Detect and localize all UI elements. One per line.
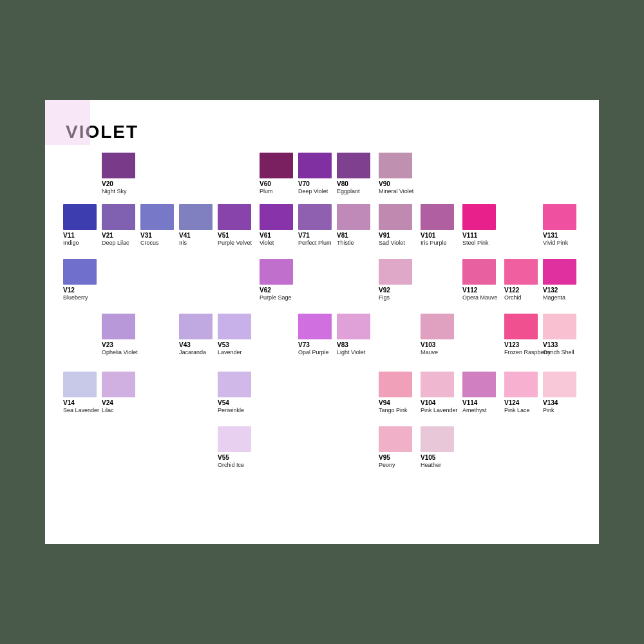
name-v62: Purple Sage	[260, 294, 292, 301]
color-item-v104: V104 Pink Lavender	[421, 372, 458, 414]
swatch-v31	[140, 204, 174, 230]
code-v133: V133	[543, 341, 558, 349]
name-v112: Opera Mauve	[462, 294, 498, 301]
code-v24: V24	[102, 399, 113, 407]
swatch-v131	[543, 204, 576, 230]
name-v73: Opal Purple	[298, 349, 329, 356]
color-item-v134: V134 Pink	[543, 372, 576, 414]
color-item-v31: V31 Crocus	[140, 204, 174, 247]
name-v92: Figs	[379, 294, 390, 301]
color-item-v61: V61 Violet	[260, 204, 293, 247]
color-item-v112: V112 Opera Mauve	[462, 259, 498, 301]
name-v83: Light Violet	[337, 349, 365, 356]
name-v133: Conch Shell	[543, 349, 574, 356]
code-v43: V43	[179, 341, 191, 349]
code-v41: V41	[179, 231, 191, 240]
color-item-v91: V91 Sad Violet	[379, 204, 412, 247]
name-v23: Ophelia Violet	[102, 349, 138, 356]
color-item-v11: V11 Indigo	[63, 204, 97, 247]
name-v61: Violet	[260, 240, 274, 247]
color-item-v132: V132 Magenta	[543, 259, 576, 301]
code-v23: V23	[102, 341, 113, 349]
swatch-v134	[543, 372, 576, 397]
color-item-v103: V103 Mauve	[421, 314, 454, 356]
color-item-v92: V92 Figs	[379, 259, 412, 301]
name-v105: Heather	[421, 462, 441, 469]
swatch-v60	[260, 153, 293, 178]
swatch-v133	[543, 314, 576, 339]
swatch-v54	[218, 372, 251, 397]
code-v54: V54	[218, 399, 229, 407]
name-v55: Orchid Ice	[218, 462, 244, 469]
name-v53: Lavender	[218, 349, 242, 356]
color-item-v114: V114 Amethyst	[462, 372, 496, 414]
code-v111: V111	[462, 231, 477, 240]
swatch-v105	[421, 426, 454, 452]
code-v20: V20	[102, 180, 113, 188]
color-item-v131: V131 Vivid Pink	[543, 204, 576, 247]
code-v12: V12	[63, 286, 75, 294]
name-v71: Perfect Plum	[298, 240, 332, 247]
code-v70: V70	[298, 180, 310, 188]
code-v71: V71	[298, 231, 310, 240]
color-item-v81: V81 Thistle	[337, 204, 370, 247]
name-v80: Eggplant	[337, 188, 360, 195]
name-v124: Pink Lace	[504, 407, 530, 414]
color-item-v101: V101 Iris Purple	[421, 204, 454, 247]
code-v90: V90	[379, 180, 390, 188]
code-v103: V103	[421, 341, 435, 349]
swatch-v41	[179, 204, 213, 230]
color-item-v124: V124 Pink Lace	[504, 372, 538, 414]
color-item-v21: V21 Deep Lilac	[102, 204, 135, 247]
color-item-v70: V70 Deep Violet	[298, 153, 332, 195]
code-v53: V53	[218, 341, 229, 349]
name-v95: Peony	[379, 462, 395, 469]
color-item-v12: V12 Blueberry	[63, 259, 97, 301]
swatch-v132	[543, 259, 576, 285]
name-v20: Night Sky	[102, 188, 127, 195]
color-item-v71: V71 Perfect Plum	[298, 204, 332, 247]
swatch-v124	[504, 372, 538, 397]
color-chart-card: VIOLET .ci { position:absolute; display:…	[45, 100, 599, 544]
swatch-v53	[218, 314, 251, 339]
swatch-v101	[421, 204, 454, 230]
name-v132: Magenta	[543, 294, 565, 301]
color-item-v41: V41 Iris	[179, 204, 213, 247]
name-v131: Vivid Pink	[543, 240, 568, 247]
code-v83: V83	[337, 341, 348, 349]
color-item-v54: V54 Periwinkle	[218, 372, 251, 414]
code-v101: V101	[421, 231, 435, 240]
color-item-v95: V95 Peony	[379, 426, 412, 469]
code-v11: V11	[63, 231, 75, 240]
color-item-v24: V24 Lilac	[102, 372, 135, 414]
color-item-v73: V73 Opal Purple	[298, 314, 332, 356]
swatch-v11	[63, 204, 97, 230]
name-v101: Iris Purple	[421, 240, 447, 247]
code-v31: V31	[140, 231, 152, 240]
code-v124: V124	[504, 399, 519, 407]
name-v11: Indigo	[63, 240, 79, 247]
color-item-v80: V80 Eggplant	[337, 153, 370, 195]
color-item-v133: V133 Conch Shell	[543, 314, 576, 356]
code-v132: V132	[543, 286, 558, 294]
name-v41: Iris	[179, 240, 187, 247]
color-item-v20: V20 Night Sky	[102, 153, 135, 195]
swatch-v61	[260, 204, 293, 230]
swatch-v70	[298, 153, 332, 178]
color-item-v43: V43 Jacaranda	[179, 314, 213, 356]
color-item-v105: V105 Heather	[421, 426, 454, 469]
name-v70: Deep Violet	[298, 188, 328, 195]
code-v112: V112	[462, 286, 477, 294]
code-v105: V105	[421, 453, 435, 462]
name-v90: Mineral Violet	[379, 188, 413, 195]
color-item-v51: V51 Purple Velvet	[218, 204, 252, 247]
name-v60: Plum	[260, 188, 273, 195]
swatch-v104	[421, 372, 454, 397]
color-item-v83: V83 Light Violet	[337, 314, 370, 356]
color-item-v53: V53 Lavender	[218, 314, 251, 356]
code-v92: V92	[379, 286, 390, 294]
name-v104: Pink Lavender	[421, 407, 458, 414]
swatch-v21	[102, 204, 135, 230]
color-item-v111: V111 Steel Pink	[462, 204, 496, 247]
swatch-v24	[102, 372, 135, 397]
